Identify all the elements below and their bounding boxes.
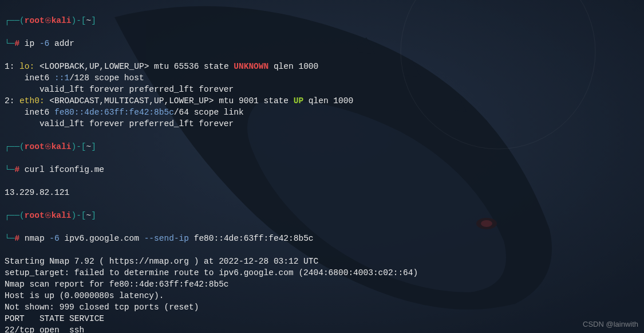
skull-icon: ㉿	[45, 143, 52, 151]
output-line: setup_target: failed to determine route …	[5, 268, 418, 277]
prompt-line: ┌──(root㉿kali)-[~]	[5, 141, 639, 152]
output-line: inet6 ::1/128 scope host	[5, 73, 144, 83]
command-line[interactable]: └─# nmap -6 ipv6.google.com --send-ip fe…	[5, 233, 639, 244]
watermark: CSDN @lainwith	[583, 319, 638, 330]
skull-icon: ㉿	[45, 17, 52, 25]
output-line: valid_lft forever preferred_lft forever	[5, 119, 234, 128]
output-line: 1: lo: <LOOPBACK,UP,LOWER_UP> mtu 65536 …	[5, 62, 318, 71]
prompt-line: ┌──(root㉿kali)-[~]	[5, 210, 639, 221]
command-line[interactable]: └─# ip -6 addr	[5, 38, 639, 49]
output-line: 13.229.82.121	[5, 188, 69, 197]
blank-line	[5, 199, 10, 209]
prompt-line: ┌──(root㉿kali)-[~]	[5, 15, 639, 26]
output-line: Nmap scan report for fe80::4de:63ff:fe42…	[5, 280, 229, 289]
output-line: 2: eth0: <BROADCAST,MULTICAST,UP,LOWER_U…	[5, 96, 353, 105]
command-line[interactable]: └─# curl ifconfig.me	[5, 164, 639, 175]
output-line: inet6 fe80::4de:63ff:fe42:8b5c/64 scope …	[5, 108, 244, 117]
blank-line	[5, 131, 10, 140]
output-line: 22/tcp open ssh	[5, 326, 84, 333]
output-line: PORT STATE SERVICE	[5, 314, 104, 323]
output-line: valid_lft forever preferred_lft forever	[5, 85, 234, 94]
output-line: Starting Nmap 7.92 ( https://nmap.org ) …	[5, 257, 318, 266]
output-line: Not shown: 999 closed tcp ports (reset)	[5, 303, 199, 312]
output-line: Host is up (0.0000080s latency).	[5, 291, 164, 300]
terminal-output: ┌──(root㉿kali)-[~] └─# ip -6 addr 1: lo:…	[0, 0, 644, 333]
skull-icon: ㉿	[45, 211, 52, 220]
